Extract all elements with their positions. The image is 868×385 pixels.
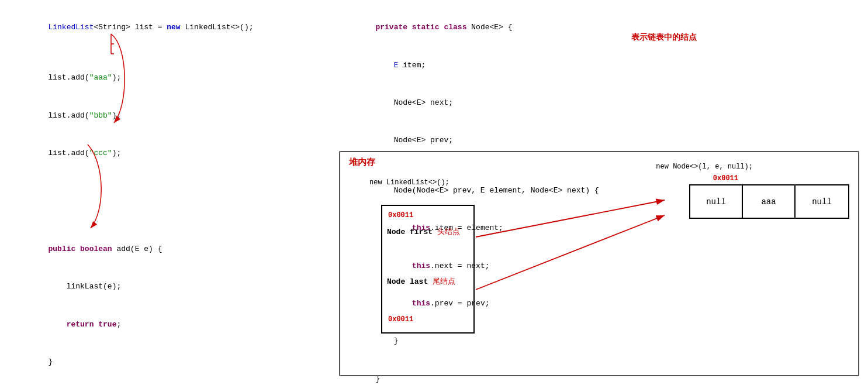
- new-node-label: new Node<>(l, e, null);: [656, 163, 753, 171]
- nc-1: private static class Node<E> {: [339, 9, 599, 46]
- heap-label: 堆内存: [349, 157, 375, 168]
- code-line-2: list.add("aaa");: [12, 59, 316, 97]
- add-method-block: public boolean add(E e) { linkLast(e); r…: [12, 231, 316, 381]
- ll-node-first-label: Node first 头结点: [387, 226, 460, 237]
- linkedlist-box: 0x0011 Node first 头结点 Node last 尾结点 0x00…: [381, 205, 475, 334]
- heap-box: 堆内存 new LinkedList<>(); 0x0011 Node firs…: [339, 151, 859, 376]
- code-line-1: LinkedList<String> list = new LinkedList…: [12, 9, 316, 46]
- right-panel: private static class Node<E> { E item; N…: [327, 0, 868, 385]
- top-code-block: LinkedList<String> list = new LinkedList…: [12, 9, 316, 172]
- code-line-4: list.add("ccc");: [12, 134, 316, 171]
- ll-node-last-label: Node last 尾结点: [387, 276, 455, 287]
- node-address-label: 0x0011: [713, 174, 738, 183]
- code-line-blank1: [12, 46, 316, 59]
- add-method-3: return true;: [12, 305, 316, 343]
- add-method-2: linkLast(e);: [12, 268, 316, 305]
- nc-3: Node<E> next;: [339, 84, 599, 122]
- annotation-node: 表示链表中的结点: [631, 32, 697, 43]
- add-method-4: }: [12, 343, 316, 381]
- node-cell-item: aaa: [743, 185, 796, 218]
- svg-line-8: [476, 215, 665, 290]
- page-container: LinkedList<String> list = new LinkedList…: [0, 0, 868, 385]
- svg-line-7: [476, 200, 665, 237]
- nc-2: E item;: [339, 46, 599, 84]
- new-linkedlist-label: new LinkedList<>();: [369, 178, 449, 187]
- code-line-3: list.add("bbb");: [12, 97, 316, 134]
- node-cells: null aaa null: [689, 184, 849, 219]
- ll-address-top: 0x0011: [388, 211, 413, 219]
- node-cell-next: null: [796, 185, 848, 218]
- node-cell-prev: null: [690, 185, 743, 218]
- left-panel: LinkedList<String> list = new LinkedList…: [0, 0, 327, 385]
- ll-address-bottom: 0x0011: [388, 315, 413, 324]
- add-method-1: public boolean add(E e) {: [12, 231, 316, 268]
